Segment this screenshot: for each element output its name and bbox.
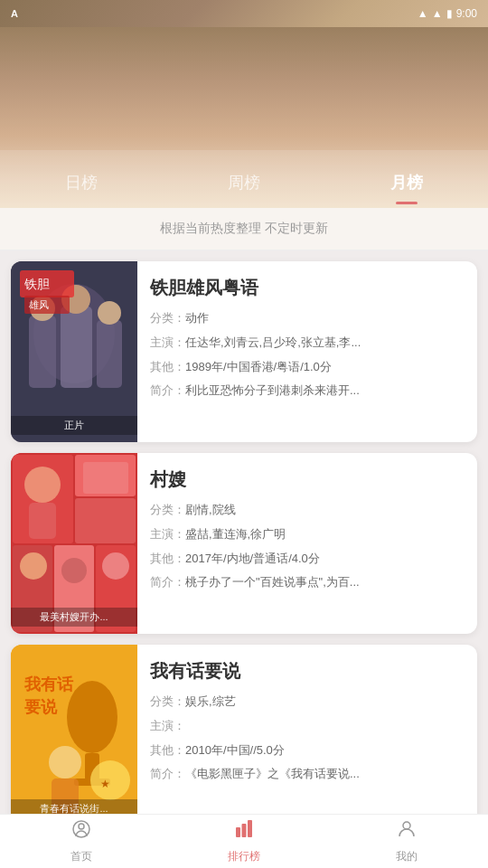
movie-info-2: 村嫂 分类：剧情,院线 主演：盛喆,董连海,徐广明 其他：2017年/内地/普通… — [137, 453, 477, 634]
wifi-icon: ▲ — [418, 7, 428, 20]
svg-rect-2 — [29, 316, 56, 388]
status-carrier: A — [11, 8, 18, 19]
time-display: 9:00 — [456, 7, 477, 20]
tab-weekly[interactable]: 周榜 — [210, 165, 278, 201]
home-icon — [70, 818, 92, 845]
header-banner: 日榜 周榜 月榜 — [0, 27, 488, 208]
content-area: 铁胆 雄风 正片 铁胆雄风粤语 分类：动作 主演：任达华,刘青云,吕少玲,张立基… — [0, 250, 488, 836]
svg-text:要说: 要说 — [24, 698, 58, 716]
svg-point-19 — [24, 467, 61, 503]
svg-point-28 — [67, 681, 117, 753]
svg-text:雄风: 雄风 — [28, 299, 49, 310]
movie-other-3: 其他：2010年/中国//5.0分 — [150, 741, 465, 760]
movie-thumbnail-2: 最美村嫂开办... — [11, 453, 137, 634]
movie-title-1: 铁胆雄风粤语 — [150, 276, 465, 300]
svg-point-22 — [20, 552, 47, 580]
signal-icon: ▲ — [432, 7, 443, 20]
movie-card-3[interactable]: 我有话 要说 ★ 青春有话说街... 我有话要说 分类：娱乐,综艺 主演： — [11, 645, 477, 826]
svg-rect-4 — [97, 320, 122, 388]
subtitle-text: 根据当前热度整理 不定时更新 — [160, 221, 328, 235]
status-right: ▲ ▲ ▮ 9:00 — [418, 7, 477, 20]
movie-category-1: 分类：动作 — [150, 309, 465, 328]
movie-summary-1: 简介：利比亚恐怖分子到港刺杀来港开... — [150, 382, 465, 401]
svg-point-7 — [98, 301, 121, 325]
svg-rect-38 — [242, 824, 247, 837]
svg-rect-21 — [83, 462, 128, 494]
movie-info-1: 铁胆雄风粤语 分类：动作 主演：任达华,刘青云,吕少玲,张立基,李... 其他：… — [137, 261, 477, 442]
thumb-label-2: 最美村嫂开办... — [11, 608, 137, 627]
svg-point-24 — [102, 552, 129, 580]
svg-point-40 — [403, 822, 410, 829]
movie-thumbnail-3: 我有话 要说 ★ 青春有话说街... — [11, 645, 137, 826]
tabs-container: 日榜 周榜 月榜 — [0, 150, 488, 208]
ranking-icon — [233, 818, 255, 845]
svg-rect-37 — [236, 827, 240, 837]
svg-point-33 — [90, 760, 130, 800]
movie-card-2[interactable]: 最美村嫂开办... 村嫂 分类：剧情,院线 主演：盛喆,董连海,徐广明 其他：2… — [11, 453, 477, 634]
movie-category-2: 分类：剧情,院线 — [150, 501, 465, 520]
nav-ranking-label: 排行榜 — [228, 849, 260, 864]
movie-actors-1: 主演：任达华,刘青云,吕少玲,张立基,李... — [150, 334, 465, 353]
nav-mine[interactable]: 我的 — [325, 818, 488, 864]
movie-other-2: 其他：2017年/内地/普通话/4.0分 — [150, 550, 465, 569]
svg-point-31 — [49, 746, 81, 778]
movie-actors-2: 主演：盛喆,董连海,徐广明 — [150, 525, 465, 544]
svg-rect-15 — [75, 498, 136, 543]
nav-home[interactable]: 首页 — [0, 818, 163, 864]
tab-monthly[interactable]: 月榜 — [372, 165, 441, 201]
movie-other-1: 其他：1989年/中国香港/粤语/1.0分 — [150, 358, 465, 377]
svg-text:我有话: 我有话 — [23, 675, 74, 693]
movie-card-1[interactable]: 铁胆 雄风 正片 铁胆雄风粤语 分类：动作 主演：任达华,刘青云,吕少玲,张立基… — [11, 261, 477, 442]
svg-rect-3 — [61, 307, 92, 388]
movie-summary-2: 简介：桃子办了一个"百姓说事点",为百... — [150, 573, 465, 592]
svg-point-23 — [61, 558, 87, 583]
svg-text:★: ★ — [100, 778, 110, 790]
mine-icon — [396, 818, 418, 845]
movie-title-2: 村嫂 — [150, 467, 465, 492]
nav-home-label: 首页 — [70, 849, 92, 864]
movie-summary-3: 简介：《电影黑匣子》之《我有话要说... — [150, 765, 465, 784]
tab-daily[interactable]: 日榜 — [47, 165, 116, 201]
status-bar: A ▲ ▲ ▮ 9:00 — [0, 0, 488, 27]
nav-ranking[interactable]: 排行榜 — [163, 818, 325, 864]
nav-mine-label: 我的 — [396, 849, 418, 864]
movie-category-3: 分类：娱乐,综艺 — [150, 693, 465, 712]
subtitle-bar: 根据当前热度整理 不定时更新 — [0, 208, 488, 250]
svg-text:铁胆: 铁胆 — [23, 277, 50, 291]
movie-info-3: 我有话要说 分类：娱乐,综艺 主演： 其他：2010年/中国//5.0分 简介：… — [137, 645, 477, 826]
svg-rect-20 — [29, 503, 56, 539]
battery-icon: ▮ — [446, 7, 453, 20]
movie-thumbnail-1: 铁胆 雄风 正片 — [11, 261, 137, 442]
svg-rect-39 — [248, 820, 252, 837]
svg-point-36 — [79, 824, 84, 829]
bottom-nav: 首页 排行榜 我的 — [0, 814, 488, 868]
thumb-label-1: 正片 — [11, 416, 137, 435]
movie-actors-3: 主演： — [150, 717, 465, 736]
movie-title-3: 我有话要说 — [150, 659, 465, 684]
